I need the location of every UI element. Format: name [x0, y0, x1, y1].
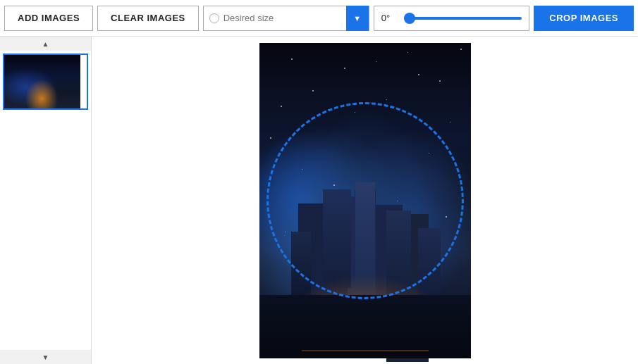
add-images-button[interactable]: ADD IMAGES [4, 6, 93, 31]
road-line [302, 350, 429, 351]
desired-size-dropdown-button[interactable]: ▼ [346, 6, 369, 31]
rotation-value-label: 0° [381, 13, 398, 23]
clear-images-button[interactable]: CLEAR IMAGES [97, 6, 199, 31]
chevron-up-icon: ▲ [42, 40, 49, 48]
preview-image [259, 43, 471, 358]
foreground [259, 295, 471, 358]
image-sidebar: ▲ ▼ [0, 37, 92, 364]
crop-images-button[interactable]: CROP IMAGES [534, 6, 634, 31]
toolbar: ADD IMAGES CLEAR IMAGES ▼ 0° CROP IMAGES [0, 0, 638, 37]
desired-size-field: ▼ [203, 6, 369, 31]
chevron-down-icon: ▼ [42, 353, 49, 361]
main-area: ▲ ▼ [0, 37, 638, 364]
canvas-area[interactable] [92, 37, 638, 364]
image-preview-container [259, 43, 471, 358]
desired-size-input[interactable] [219, 13, 346, 23]
rotation-control: 0° [374, 6, 530, 31]
thumbnail-item[interactable] [3, 54, 88, 110]
rotation-slider[interactable] [404, 17, 522, 20]
building-left [323, 189, 351, 288]
scroll-down-button[interactable]: ▼ [0, 350, 91, 364]
chevron-down-icon: ▼ [353, 14, 361, 23]
thumbnail-list [0, 51, 91, 350]
desired-size-icon [209, 13, 219, 23]
thumbnail-image [3, 54, 80, 110]
scroll-up-button[interactable]: ▲ [0, 37, 91, 51]
